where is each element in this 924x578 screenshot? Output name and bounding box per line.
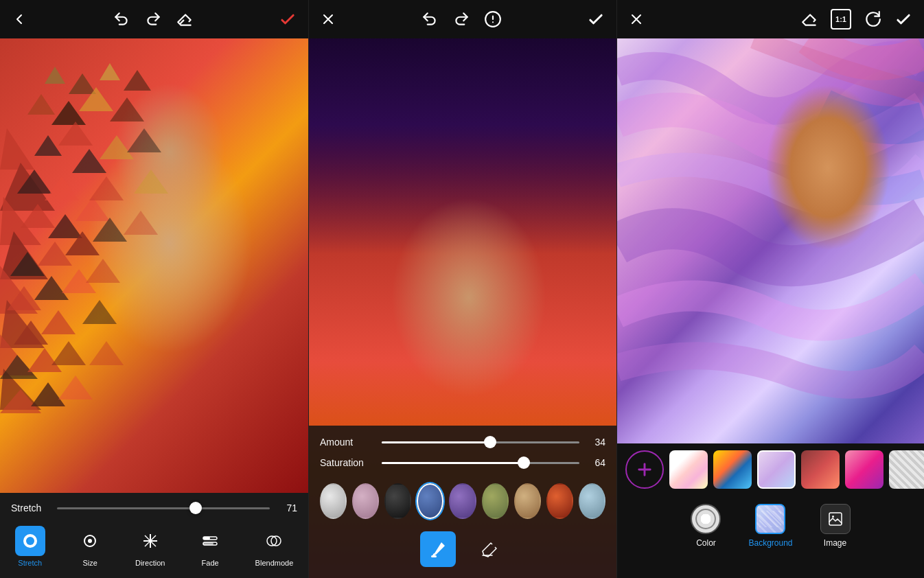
panel2-confirm-icon[interactable] (586, 10, 605, 29)
panel2-undo-icon[interactable] (421, 10, 439, 28)
panel3-photo (617, 38, 924, 443)
svg-marker-35 (51, 341, 86, 365)
svg-marker-40 (93, 218, 127, 242)
panel2-close-icon[interactable] (320, 11, 336, 27)
svg-marker-41 (86, 259, 120, 283)
svg-marker-1 (69, 73, 96, 94)
confirm-icon[interactable] (278, 10, 297, 29)
swatch-mauve[interactable] (352, 483, 379, 519)
eraser-icon[interactable] (176, 10, 194, 28)
backgrounds-row (617, 443, 924, 496)
swatch-olive[interactable] (482, 483, 509, 519)
tool-fade-label: Fade (202, 559, 219, 567)
svg-marker-8 (0, 128, 34, 170)
svg-point-64 (832, 516, 834, 518)
color-tool-label: Color (696, 538, 716, 548)
tool-fade[interactable]: Fade (189, 522, 231, 571)
panel2-photo: Amount 34 Saturation 64 (309, 38, 616, 578)
svg-rect-63 (829, 513, 842, 525)
image-tool-icon (820, 504, 851, 534)
swatch-purple[interactable] (449, 483, 476, 519)
amount-slider[interactable] (382, 441, 579, 443)
tool-blendmode[interactable]: Blendmode (250, 522, 299, 571)
swatch-silver[interactable] (320, 483, 347, 519)
panel2-info-icon[interactable] (484, 10, 502, 28)
tool-direction[interactable]: Direction (130, 522, 171, 571)
svg-marker-21 (100, 135, 134, 159)
add-background-button[interactable] (625, 450, 664, 489)
svg-rect-58 (203, 542, 213, 545)
panel1-bottombar: Stretch 71 Stretch (0, 493, 308, 578)
saturation-value: 64 (586, 457, 605, 468)
bg-thumb-2[interactable] (713, 450, 752, 489)
saturation-control: Saturation 64 (320, 457, 605, 468)
swatch-orange[interactable] (546, 483, 573, 519)
tool-stretch[interactable]: Stretch (10, 522, 51, 571)
svg-marker-29 (34, 276, 69, 300)
stretch-slider[interactable] (57, 507, 270, 509)
svg-marker-3 (124, 70, 151, 91)
panel2-redo-icon[interactable] (452, 10, 470, 28)
tool-background[interactable]: Background (748, 504, 792, 548)
eraser-button[interactable] (470, 531, 505, 567)
panel3-topbar: 1:1 (617, 0, 924, 38)
color-tool-icon (691, 504, 721, 534)
tool-color[interactable]: Color (691, 504, 721, 548)
panel3-rotate-icon[interactable] (864, 10, 881, 28)
bg-thumb-6[interactable] (889, 450, 924, 489)
svg-rect-62 (431, 555, 437, 557)
tool-image[interactable]: Image (820, 504, 851, 548)
background-tool-label: Background (748, 538, 792, 548)
saturation-slider[interactable] (382, 462, 579, 464)
swatch-lightblue[interactable] (579, 483, 605, 519)
amount-value: 34 (586, 437, 605, 448)
svg-marker-44 (127, 128, 161, 152)
redo-icon[interactable] (144, 10, 162, 28)
panel3-confirm-icon[interactable] (894, 10, 913, 29)
svg-marker-32 (41, 310, 76, 334)
swatch-tan[interactable] (514, 483, 541, 519)
panel3-eraser-icon[interactable] (800, 10, 818, 28)
amount-control: Amount 34 (320, 437, 605, 448)
amount-label: Amount (320, 437, 375, 448)
svg-point-50 (88, 539, 92, 543)
svg-marker-42 (82, 300, 117, 324)
svg-marker-39 (89, 176, 124, 200)
panel3-ratio-icon[interactable]: 1:1 (831, 9, 851, 30)
svg-marker-0 (45, 67, 65, 84)
triangle-overlay (0, 38, 308, 493)
panel3-bottom: Color Background Image (617, 443, 924, 578)
back-icon[interactable] (11, 11, 27, 27)
brush-button[interactable] (420, 531, 456, 567)
svg-marker-24 (76, 197, 110, 221)
panel1-topbar (0, 0, 308, 38)
svg-marker-4 (27, 94, 55, 115)
panel2-topbar (309, 0, 616, 38)
swatch-black[interactable] (384, 483, 411, 519)
color-swatches (320, 478, 605, 527)
bg-thumb-4[interactable] (801, 450, 840, 489)
panel-color: Amount 34 Saturation 64 (308, 0, 616, 578)
bg-thumb-1[interactable] (669, 450, 708, 489)
bottom-tools-row: Color Background Image (617, 496, 924, 556)
swatch-blue[interactable] (417, 483, 443, 519)
svg-marker-16 (34, 135, 62, 156)
tool-blendmode-label: Blendmode (255, 559, 294, 567)
stretch-value: 71 (278, 502, 297, 513)
panel3-close-icon[interactable] (628, 11, 645, 27)
bg-thumb-3[interactable] (757, 450, 796, 489)
image-tool-label: Image (824, 538, 846, 548)
undo-icon[interactable] (113, 10, 130, 28)
tool-size-label: Size (83, 559, 97, 567)
stretch-label: Stretch (11, 502, 49, 513)
svg-marker-7 (110, 97, 144, 122)
controls-overlay: Amount 34 Saturation 64 (309, 426, 616, 578)
tool-direction-label: Direction (135, 559, 165, 567)
svg-marker-45 (134, 170, 168, 194)
brush-tools (320, 527, 605, 573)
svg-marker-17 (58, 122, 93, 146)
background-tool-icon (755, 504, 785, 534)
svg-rect-56 (203, 537, 210, 540)
bg-thumb-5[interactable] (845, 450, 883, 489)
tool-size[interactable]: Size (69, 522, 111, 571)
